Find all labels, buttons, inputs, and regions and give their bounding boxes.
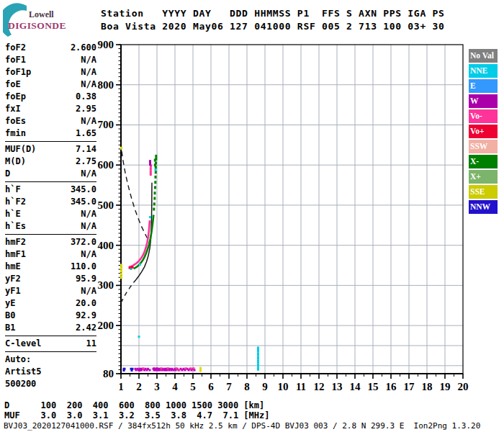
series-x-trace-lower (134, 215, 154, 269)
series-w-dash-upper-dot (149, 160, 151, 163)
x-tick-label: 3 (154, 381, 160, 392)
distance-row: D 100 200 400 600 800 1000 1500 3000 [km… (4, 400, 269, 410)
ionogram-app: { "logo": { "line1": "Lowell", "line2": … (0, 0, 504, 432)
plot-border (121, 45, 463, 374)
series-x-trace-upper-dots-dot (155, 171, 157, 174)
x-tick-label: 8 (244, 381, 250, 392)
series-w-dash-upper-dot (149, 163, 151, 166)
legend-item-x-: X- (469, 155, 498, 168)
x-tick-label: 1 (118, 381, 124, 392)
y-tick-label: 80 (103, 368, 114, 379)
series-noise-pink-dot (167, 367, 169, 369)
series-nne-cyan-marks-dot (149, 216, 151, 218)
series-noise-pink-dot (143, 367, 145, 369)
series-x-trace-upper-dots-dot (155, 155, 157, 158)
series-nne-cyan-column-dot (257, 346, 259, 350)
legend-item-vo+: Vo+ (469, 125, 498, 138)
series-x-trace-upper-dots-dot (153, 197, 156, 200)
series-nne-cyan-column-dot (257, 367, 259, 371)
y-tick-label: 700 (98, 119, 114, 130)
series-sse-yellow-marks-dot (120, 264, 122, 267)
x-tick-label: 6 (208, 381, 214, 392)
x-tick-label: 11 (296, 381, 306, 392)
x-tick-label: 20 (458, 381, 469, 392)
x-tick-label: 13 (332, 381, 343, 392)
x-tick-label: 14 (350, 381, 361, 392)
series-nne-cyan-column-dot (257, 360, 259, 364)
doppler-direction-legend: No ValNNEEWVo-Vo+SSWX-X+SSENNW (469, 49, 498, 215)
series-x-trace-upper-dots-dot (154, 163, 156, 166)
series-nne-cyan-marks-dot (139, 264, 141, 266)
series-nne-cyan-column-dot (257, 364, 259, 367)
series-noise-pink-dot (176, 367, 178, 369)
series-profile-dashed (121, 279, 136, 302)
y-tick-label: 900 (98, 39, 114, 50)
series-x-trace-upper-dots-dot (153, 202, 156, 205)
legend-item-noval: No Val (469, 49, 498, 63)
legend-item-ssw: SSW (469, 140, 498, 153)
series-nne-cyan-marks-dot (155, 168, 157, 171)
series-x-trace-upper-dots-dot (154, 186, 156, 189)
series-x-trace-upper-dots-dot (154, 192, 156, 194)
series-noise-pink-dot (161, 367, 163, 369)
series-sse-yellow-marks-dot (199, 369, 202, 372)
legend-item-nnw: NNW (469, 200, 498, 214)
series-sse-yellow-marks-dot (120, 266, 122, 269)
x-tick-label: 7 (226, 381, 232, 392)
series-x-trace-upper-dots-dot (153, 208, 155, 211)
series-x-trace-upper-dots-dot (155, 176, 157, 179)
x-tick-label: 18 (422, 381, 433, 392)
y-tick-label: 600 (98, 159, 114, 171)
ionogram-plot: 9008007006005004003002008012345678910111… (0, 0, 504, 432)
y-tick-label: 800 (98, 79, 114, 91)
series-sse-yellow-marks-dot (120, 276, 122, 279)
series-x-trace-upper-dots-dot (155, 158, 157, 161)
series-noise-magenta-dot (149, 369, 151, 372)
series-noise-pink-dot (179, 369, 181, 372)
muf-distance-table: D 100 200 400 600 800 1000 1500 3000 [km… (4, 400, 269, 420)
y-tick-label: 200 (98, 320, 114, 331)
legend-item-e: E (469, 79, 498, 93)
series-nne-cyan-column-dot (257, 353, 259, 356)
series-vo-plus-red-marks-dot (132, 266, 134, 269)
series-nne-cyan-column-dot (257, 356, 259, 360)
y-tick-label: 500 (98, 199, 114, 211)
legend-item-vo-: Vo- (469, 109, 498, 123)
series-noise-pink-dot (190, 367, 192, 369)
x-tick-label: 16 (386, 381, 397, 392)
legend-item-x+: X+ (469, 170, 498, 184)
x-tick-label: 19 (440, 381, 451, 392)
x-tick-label: 5 (190, 381, 196, 392)
legend-item-nne: NNE (469, 64, 498, 78)
series-x-trace-upper-dots-dot (154, 181, 156, 184)
x-tick-label: 9 (262, 381, 268, 392)
x-tick-label: 15 (368, 381, 379, 392)
x-tick-label: 17 (404, 381, 415, 392)
series-vo-minus-dash-upper-dot (150, 170, 152, 173)
y-tick-label: 400 (98, 240, 114, 251)
x-tick-label: 2 (136, 381, 142, 392)
legend-item-w: W (469, 94, 498, 108)
series-sse-yellow-marks-dot (120, 147, 122, 150)
legend-item-sse: SSE (469, 185, 498, 199)
x-tick-label: 4 (172, 381, 178, 392)
x-tick-label: 12 (314, 381, 325, 392)
series-noise-blue-dot (132, 368, 134, 370)
series-nne-cyan-marks-dot (138, 336, 140, 338)
series-vo-minus-dash-upper-dot (150, 167, 152, 170)
x-tick-label: 10 (278, 381, 289, 392)
muf-row: MUF 3.0 3.0 3.1 3.2 3.5 3.8 4.7 7.1 [MHz… (4, 410, 269, 420)
y-tick-label: 300 (98, 279, 114, 291)
series-vo-minus-dash-upper-dot (150, 173, 152, 176)
series-noise-pink-dot (193, 367, 195, 369)
file-info-line: BVJ03_2020127041000.RSF / 384fx512h 50 k… (4, 421, 480, 431)
series-noise-pink-dot (185, 367, 187, 369)
series-sse-yellow-marks-dot (120, 269, 122, 272)
series-sse-yellow-marks-dot (120, 273, 122, 276)
series-vo-plus-red-marks-dot (129, 266, 131, 269)
series-noise-blue-dot (124, 368, 126, 370)
